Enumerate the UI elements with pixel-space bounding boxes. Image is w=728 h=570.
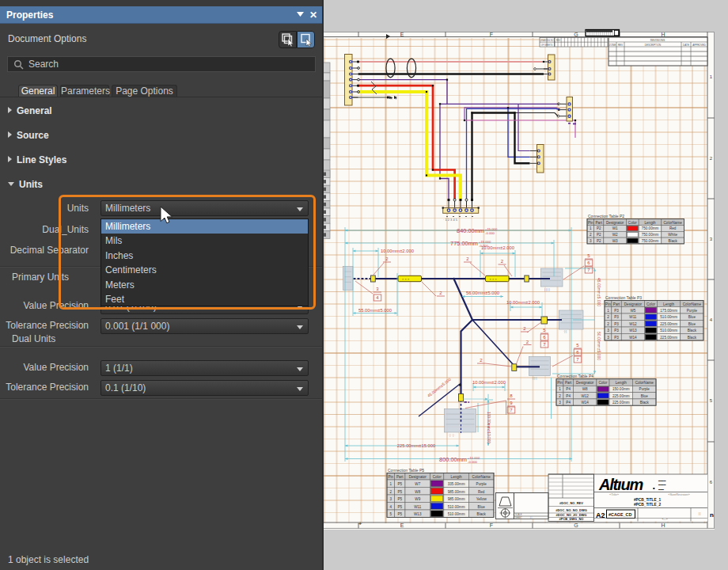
svg-text:225.00mm: 225.00mm xyxy=(612,401,630,405)
svg-text:Black: Black xyxy=(688,329,697,332)
svg-text:3: 3 xyxy=(710,237,713,241)
svg-text:1: 1 xyxy=(607,309,609,313)
svg-text:W3: W3 xyxy=(612,239,618,243)
svg-text:Yellow: Yellow xyxy=(476,497,487,501)
svg-text:2: 2 xyxy=(523,326,526,331)
svg-text:Part: Part xyxy=(565,381,572,385)
svg-text:«Title»: «Title» xyxy=(609,492,620,496)
svg-text:Length: Length xyxy=(451,475,462,479)
svg-text:H: H xyxy=(661,32,665,37)
svg-text:W11: W11 xyxy=(629,315,637,319)
svg-text:W11: W11 xyxy=(414,505,422,509)
svg-text:#DOC_NO_REV: #DOC_NO_REV xyxy=(559,501,583,505)
svg-text:225.00mm: 225.00mm xyxy=(612,394,630,398)
svg-text:Pin: Pin xyxy=(388,475,393,479)
svg-text:Color: Color xyxy=(628,221,637,225)
svg-text:Connection Table P5: Connection Table P5 xyxy=(388,468,424,473)
svg-text:W12: W12 xyxy=(581,394,589,398)
svg-text:· | · | ·: · | · | · xyxy=(448,434,455,437)
svg-text:······: ······ xyxy=(567,476,571,478)
svg-text:Part: Part xyxy=(396,475,404,479)
svg-text:H: H xyxy=(661,522,665,528)
svg-text:P4: P4 xyxy=(566,401,571,405)
svg-text:Connection Table P2: Connection Table P2 xyxy=(588,214,624,218)
svg-text:6: 6 xyxy=(576,350,579,355)
svg-text:Altıum: Altıum xyxy=(598,476,643,493)
svg-text:Designator: Designator xyxy=(606,221,624,225)
svg-text:+: + xyxy=(358,520,362,527)
svg-text:4: 4 xyxy=(376,295,379,300)
svg-text:Part: Part xyxy=(613,302,620,306)
svg-text:F: F xyxy=(490,32,493,37)
svg-text:× × ×: × × × xyxy=(490,277,498,281)
svg-text:Blue: Blue xyxy=(688,315,696,319)
svg-text:···: ··· xyxy=(549,480,552,482)
svg-text:#PCB_TITLE_1: #PCB_TITLE_1 xyxy=(634,498,661,502)
svg-text:10.00mm±2.000: 10.00mm±2.000 xyxy=(381,249,414,253)
svg-text:7: 7 xyxy=(510,408,513,412)
svg-text:Pin: Pin xyxy=(588,221,593,225)
svg-text:P3: P3 xyxy=(614,309,619,313)
svg-text:510.00mm: 510.00mm xyxy=(448,505,465,509)
svg-text:······: ······ xyxy=(567,484,571,486)
svg-text:800.00mm: 800.00mm xyxy=(439,456,467,463)
svg-text:······: ······ xyxy=(567,480,571,482)
svg-text:P5: P5 xyxy=(397,490,402,494)
svg-text:2: 2 xyxy=(466,256,469,261)
svg-text:P3: P3 xyxy=(614,336,619,340)
svg-text:G: G xyxy=(574,522,578,528)
svg-text:White: White xyxy=(668,233,677,237)
svg-text:5: 5 xyxy=(576,343,579,348)
svg-text:8: 8 xyxy=(510,393,513,398)
svg-text:▂▂▂: ▂▂▂ xyxy=(658,487,665,490)
svg-text:7: 7 xyxy=(576,357,579,362)
svg-text:Color: Color xyxy=(433,475,442,479)
svg-text:5: 5 xyxy=(543,328,546,332)
svg-text:W13: W13 xyxy=(629,329,637,332)
svg-text:#CAGE_CD: #CAGE_CD xyxy=(609,512,631,517)
svg-text:Red: Red xyxy=(478,490,485,494)
svg-text:«SizeRevision»: «SizeRevision» xyxy=(668,492,690,496)
svg-text:2: 2 xyxy=(390,490,392,494)
svg-text:P2: P2 xyxy=(597,233,601,237)
svg-text:ColorName: ColorName xyxy=(635,381,654,385)
svg-text:100.00mm±10.000: 100.00mm±10.000 xyxy=(487,412,491,443)
svg-text:W14: W14 xyxy=(629,336,637,340)
svg-text:5: 5 xyxy=(710,398,713,403)
svg-text:4: 4 xyxy=(710,317,713,322)
svg-text:6: 6 xyxy=(543,335,546,340)
svg-text:3: 3 xyxy=(559,401,561,405)
svg-text:+15.000: +15.000 xyxy=(485,227,498,231)
svg-text:Purple: Purple xyxy=(476,482,487,486)
svg-text:Color: Color xyxy=(598,381,607,385)
svg-text:+15.000: +15.000 xyxy=(479,240,491,244)
svg-text:W9: W9 xyxy=(415,497,420,501)
svg-text:·|·|·|: ·|·|·| xyxy=(532,377,537,380)
svg-text:× × ×: × × × xyxy=(402,277,410,281)
svg-text:10.00mm±2.000: 10.00mm±2.000 xyxy=(472,380,506,385)
svg-text:6: 6 xyxy=(587,260,590,265)
svg-text:985.00mm: 985.00mm xyxy=(448,497,465,501)
svg-text:REVISIONS: REVISIONS xyxy=(650,39,665,42)
svg-text:A2: A2 xyxy=(596,511,605,519)
svg-text:ColorName: ColorName xyxy=(683,302,702,306)
svg-text:Red: Red xyxy=(669,226,677,230)
svg-text:OF SHEETS: OF SHEETS xyxy=(541,44,553,47)
svg-text:W8: W8 xyxy=(415,490,420,494)
svg-text:2: 2 xyxy=(607,315,609,319)
svg-text:Pin: Pin xyxy=(605,302,611,306)
svg-text:Length: Length xyxy=(663,302,674,306)
svg-text:···: ··· xyxy=(549,488,552,490)
svg-text:#PCB_TITLE_2: #PCB_TITLE_2 xyxy=(634,503,661,507)
svg-text:W13: W13 xyxy=(414,512,422,516)
svg-text:2: 2 xyxy=(480,358,483,363)
svg-text:3: 3 xyxy=(607,336,609,340)
svg-text:3: 3 xyxy=(390,497,392,501)
svg-text:Designator: Designator xyxy=(409,475,427,479)
svg-text:W12: W12 xyxy=(629,322,637,326)
svg-text:5: 5 xyxy=(390,512,392,516)
svg-text:Black: Black xyxy=(640,401,650,405)
svg-text:9: 9 xyxy=(510,401,513,405)
svg-text:55.00mm±5.000: 55.00mm±5.000 xyxy=(358,308,392,313)
svg-text:| |: | | xyxy=(699,512,701,515)
